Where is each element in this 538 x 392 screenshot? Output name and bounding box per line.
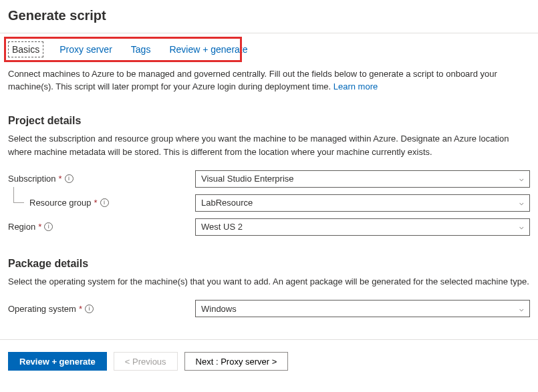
learn-more-link[interactable]: Learn more xyxy=(333,81,378,91)
chevron-down-icon: ⌵ xyxy=(519,198,524,207)
os-label-text: Operating system xyxy=(8,304,76,314)
region-select[interactable]: West US 2 ⌵ xyxy=(195,218,530,236)
project-details-desc: Select the subscription and resource gro… xyxy=(8,132,530,167)
required-indicator: * xyxy=(59,174,62,184)
os-label: Operating system * i xyxy=(8,304,195,314)
tree-connector xyxy=(13,187,24,203)
subscription-value: Visual Studio Enterprise xyxy=(201,174,294,184)
info-icon[interactable]: i xyxy=(44,222,53,231)
footer-actions: Review + generate < Previous Next : Prox… xyxy=(0,340,538,383)
tab-strip: Basics Proxy server Tags Review + genera… xyxy=(8,33,530,64)
page-title: Generate script xyxy=(8,8,530,33)
resource-group-label: Resource group * i xyxy=(29,198,109,208)
resource-group-value: LabResource xyxy=(201,198,253,208)
chevron-down-icon: ⌵ xyxy=(519,222,524,231)
review-generate-button[interactable]: Review + generate xyxy=(8,352,107,371)
chevron-down-icon: ⌵ xyxy=(519,174,524,183)
required-indicator: * xyxy=(94,198,98,208)
info-icon[interactable]: i xyxy=(65,174,74,183)
tab-tags[interactable]: Tags xyxy=(128,41,154,57)
os-select[interactable]: Windows ⌵ xyxy=(195,300,530,317)
resource-group-label-text: Resource group xyxy=(29,198,92,208)
resource-group-row: Resource group * i LabResource ⌵ xyxy=(8,191,530,215)
region-label-text: Region xyxy=(8,222,35,232)
intro-text: Connect machines to Azure to be managed … xyxy=(8,64,530,96)
subscription-label: Subscription * i xyxy=(8,174,195,184)
required-indicator: * xyxy=(79,304,82,314)
os-value: Windows xyxy=(201,304,237,314)
package-details-desc: Select the operating system for the mach… xyxy=(8,275,530,297)
os-row: Operating system * i Windows ⌵ xyxy=(8,297,530,321)
intro-body: Connect machines to Azure to be managed … xyxy=(8,69,497,91)
tab-basics[interactable]: Basics xyxy=(8,41,43,57)
previous-button: < Previous xyxy=(114,352,178,371)
subscription-select[interactable]: Visual Studio Enterprise ⌵ xyxy=(195,170,530,188)
region-value: West US 2 xyxy=(201,222,243,232)
tab-review-generate[interactable]: Review + generate xyxy=(166,41,250,57)
chevron-down-icon: ⌵ xyxy=(519,305,524,313)
package-details-heading: Package details xyxy=(8,239,530,275)
region-row: Region * i West US 2 ⌵ xyxy=(8,215,530,239)
info-icon[interactable]: i xyxy=(85,305,94,313)
info-icon[interactable]: i xyxy=(100,198,109,207)
tab-proxy-server[interactable]: Proxy server xyxy=(57,41,115,57)
region-label: Region * i xyxy=(8,222,195,232)
required-indicator: * xyxy=(38,222,41,232)
resource-group-select[interactable]: LabResource ⌵ xyxy=(195,194,530,212)
next-button[interactable]: Next : Proxy server > xyxy=(184,352,289,371)
subscription-row: Subscription * i Visual Studio Enterpris… xyxy=(8,167,530,191)
project-details-heading: Project details xyxy=(8,96,530,132)
subscription-label-text: Subscription xyxy=(8,174,56,184)
